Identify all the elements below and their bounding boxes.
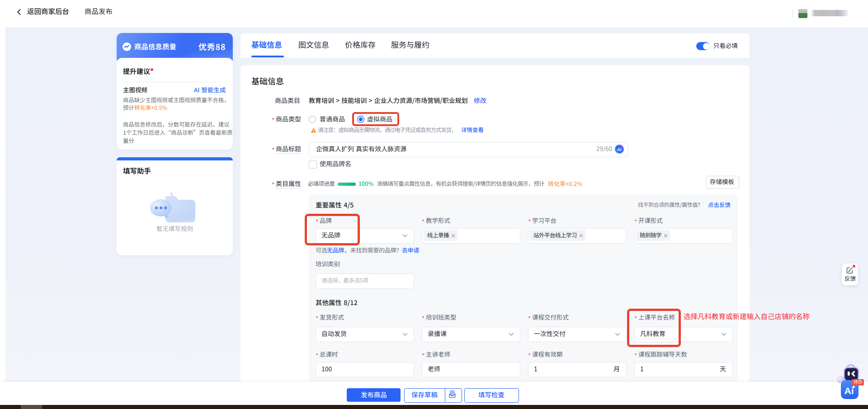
svg-text:Ai: Ai (844, 385, 854, 396)
svg-text:AI: AI (617, 147, 622, 152)
